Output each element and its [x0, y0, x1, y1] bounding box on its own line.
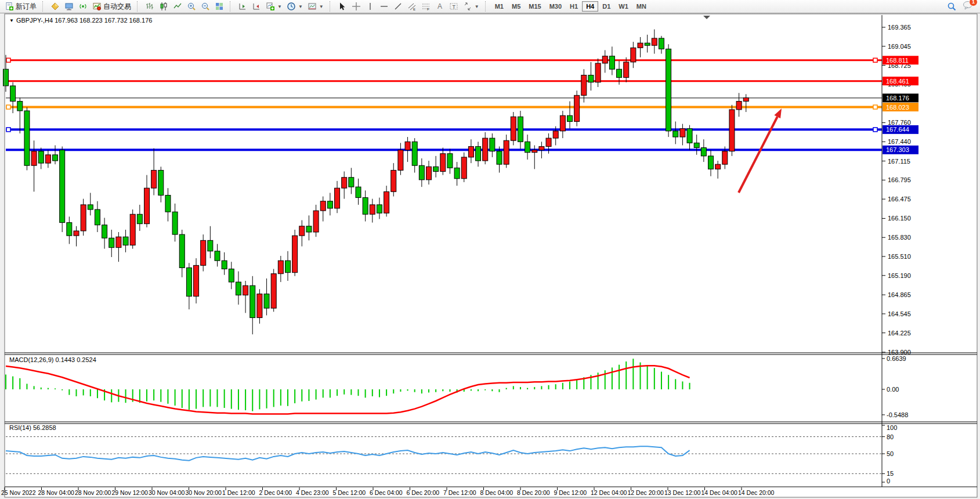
chart-title-text: GBPJPY-,H4 167.963 168.223 167.732 168.1… — [16, 17, 152, 24]
svg-text:167.644: 167.644 — [886, 126, 909, 133]
svg-text:0.6639: 0.6639 — [887, 355, 906, 362]
svg-text:25 Nov 2022: 25 Nov 2022 — [1, 489, 36, 496]
vertical-line-icon — [366, 2, 375, 11]
svg-text:8 Dec 20:00: 8 Dec 20:00 — [517, 489, 550, 496]
market-watch-button[interactable] — [48, 0, 62, 13]
toolbar-right: 1 — [947, 1, 978, 12]
svg-text:169.045: 169.045 — [888, 43, 911, 50]
svg-text:T: T — [452, 4, 455, 10]
zoom-out-button[interactable] — [198, 0, 212, 13]
clock-icon — [287, 2, 296, 11]
tab-mn[interactable]: MN — [632, 1, 650, 12]
tab-d1[interactable]: D1 — [598, 1, 614, 12]
svg-text:100: 100 — [887, 424, 897, 431]
tab-h4[interactable]: H4 — [582, 1, 598, 12]
trendline-icon — [393, 2, 403, 11]
arrows-tool-button[interactable]: ▼ — [461, 0, 482, 13]
zoom-in-button[interactable] — [185, 0, 198, 13]
shift-chart-button[interactable] — [236, 0, 249, 13]
chat-button[interactable]: 1 — [963, 1, 973, 12]
svg-text:165.190: 165.190 — [888, 272, 911, 279]
zoom-in-icon — [187, 2, 196, 11]
toolbar: 新订单 自动交易 — [0, 0, 980, 13]
svg-text:4 Dec 23:00: 4 Dec 23:00 — [296, 489, 329, 496]
svg-text:165.510: 165.510 — [888, 253, 911, 260]
text-icon: A — [435, 2, 444, 11]
svg-text:0: 0 — [887, 478, 890, 484]
svg-text:6 Dec 20:00: 6 Dec 20:00 — [407, 489, 440, 496]
tab-m5[interactable]: M5 — [508, 1, 525, 12]
tab-m30[interactable]: M30 — [545, 1, 566, 12]
svg-text:1 Dec 12:00: 1 Dec 12:00 — [222, 489, 255, 496]
tile-windows-icon — [215, 2, 224, 11]
chart-canvas[interactable]: 169.365169.045168.725168.405167.760167.4… — [0, 0, 980, 499]
svg-text:30 Nov 20:00: 30 Nov 20:00 — [186, 489, 222, 496]
svg-text:13 Dec 12:00: 13 Dec 12:00 — [664, 489, 701, 496]
new-chart-icon — [266, 2, 275, 11]
chevron-down-icon: ▼ — [277, 4, 282, 9]
svg-text:167.115: 167.115 — [888, 158, 910, 165]
signal-icon — [78, 2, 88, 11]
svg-text:29 Nov 12:00: 29 Nov 12:00 — [112, 489, 149, 496]
crosshair-icon — [352, 2, 361, 11]
text-label-tool-button[interactable]: T — [447, 0, 461, 13]
time-axis[interactable]: 25 Nov 202228 Nov 04:0028 Nov 20:0029 No… — [1, 487, 775, 496]
svg-text:5 Dec 12:00: 5 Dec 12:00 — [333, 489, 366, 496]
svg-text:F: F — [427, 8, 429, 11]
crosshair-tool-button[interactable] — [349, 0, 363, 13]
vertical-line-tool-button[interactable] — [363, 0, 377, 13]
chart-title[interactable]: ▼GBPJPY-,H4 167.963 168.223 167.732 168.… — [9, 17, 152, 24]
fibonacci-tool-button[interactable]: F — [419, 0, 433, 13]
tab-m15[interactable]: M15 — [525, 1, 545, 12]
svg-text:168.811: 168.811 — [886, 57, 909, 64]
mt4-terminal: 新订单 自动交易 — [0, 0, 980, 499]
toolbar-separator — [230, 1, 234, 12]
template-icon — [308, 2, 317, 11]
chart-background — [5, 14, 977, 497]
bar-chart-mode-button[interactable] — [143, 0, 157, 13]
svg-text:9 Dec 12:00: 9 Dec 12:00 — [554, 489, 587, 496]
svg-text:15: 15 — [887, 470, 894, 477]
auto-trading-icon — [92, 2, 102, 11]
trendline-tool-button[interactable] — [391, 0, 405, 13]
new-order-button[interactable]: 新订单 — [2, 0, 39, 13]
auto-trading-button[interactable]: 自动交易 — [90, 0, 133, 13]
gold-diamond-icon — [50, 2, 60, 11]
new-chart-button[interactable]: ▼ — [263, 0, 284, 13]
tab-h1[interactable]: H1 — [566, 1, 582, 12]
auto-scroll-button[interactable] — [249, 0, 263, 13]
cursor-tool-button[interactable] — [335, 0, 349, 13]
tab-w1[interactable]: W1 — [614, 1, 632, 12]
toolbar-separator — [330, 1, 334, 12]
svg-text:12 Dec 04:00: 12 Dec 04:00 — [591, 489, 627, 496]
svg-text:169.365: 169.365 — [888, 24, 911, 31]
terminal-button[interactable] — [62, 0, 76, 13]
template-button[interactable]: ▼ — [305, 0, 326, 13]
tab-m1[interactable]: M1 — [491, 1, 508, 12]
svg-text:28 Nov 20:00: 28 Nov 20:00 — [75, 489, 111, 496]
channel-tool-button[interactable]: E — [405, 0, 419, 13]
candlestick-icon — [159, 2, 168, 11]
svg-text:2 Dec 04:00: 2 Dec 04:00 — [259, 489, 292, 496]
svg-text:165.830: 165.830 — [888, 234, 911, 241]
svg-text:164.865: 164.865 — [888, 291, 911, 298]
text-tool-button[interactable]: A — [433, 0, 447, 13]
svg-text:30 Nov 04:00: 30 Nov 04:00 — [149, 489, 185, 496]
tile-windows-button[interactable] — [212, 0, 226, 13]
candle-chart-mode-button[interactable] — [157, 0, 171, 13]
horizontal-line-tool-button[interactable] — [377, 0, 391, 13]
search-icon[interactable] — [947, 2, 957, 12]
svg-text:167.440: 167.440 — [888, 138, 911, 145]
svg-text:166.150: 166.150 — [888, 215, 911, 222]
line-chart-icon — [173, 2, 182, 11]
symbol-dropdown-icon[interactable]: ▼ — [9, 18, 14, 23]
svg-text:0.00: 0.00 — [887, 386, 899, 393]
strategy-tester-button[interactable] — [76, 0, 90, 13]
period-button[interactable]: ▼ — [284, 0, 305, 13]
svg-text:166.795: 166.795 — [888, 176, 911, 183]
line-chart-mode-button[interactable] — [171, 0, 185, 13]
shift-chart-icon — [238, 2, 247, 11]
svg-text:168.461: 168.461 — [886, 78, 909, 85]
arrows-icon — [463, 2, 472, 11]
svg-text:168.176: 168.176 — [886, 95, 909, 102]
